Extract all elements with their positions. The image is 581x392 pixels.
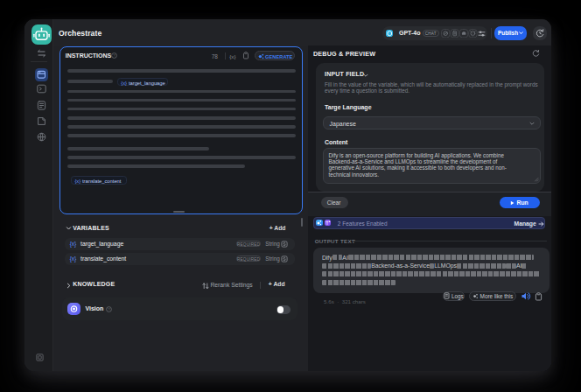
svg-text:?: ? xyxy=(113,54,116,59)
svg-text:?: ? xyxy=(108,307,110,312)
svg-text:T: T xyxy=(326,220,329,225)
